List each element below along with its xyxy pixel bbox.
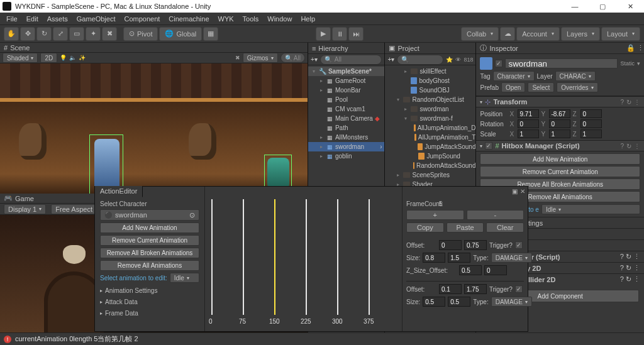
hitbox-header[interactable]: # Hitbox Manager (Script) ?↻⋮	[476, 140, 644, 151]
snap-icon[interactable]: ▦	[203, 27, 218, 41]
insp-add-anim[interactable]: Add New Animation	[480, 153, 640, 165]
minimize-button[interactable]: —	[561, 0, 589, 13]
error-icon[interactable]: !	[4, 336, 11, 343]
offset-y-2[interactable]	[464, 284, 487, 294]
scale-tool-icon[interactable]: ⤢	[53, 27, 68, 41]
menu-wyk[interactable]: WYK	[214, 14, 238, 24]
hand-tool-icon[interactable]: ✋	[4, 27, 19, 41]
prefab-open[interactable]: Open	[501, 82, 525, 92]
account-menu[interactable]: Account	[516, 27, 560, 41]
reset-icon[interactable]: ↻	[626, 99, 631, 106]
project-item[interactable]: ▸SceneSprites	[385, 170, 475, 180]
transform-header[interactable]: ⊹ Transform ?↻⋮	[476, 96, 644, 107]
copy-button[interactable]: Copy	[406, 222, 444, 233]
project-item[interactable]: JumpSound	[385, 151, 475, 161]
prefab-select[interactable]: Select	[528, 82, 554, 92]
favorites-icon[interactable]: ⭐	[446, 57, 453, 63]
plus-button[interactable]: +	[406, 210, 464, 220]
collab-button[interactable]: Collab	[461, 27, 499, 41]
static-dropdown-icon[interactable]: ▾	[637, 60, 640, 67]
menu-window[interactable]: Window	[264, 14, 296, 24]
offset-x-2[interactable]	[439, 284, 462, 294]
layers-menu[interactable]: Layers	[561, 27, 600, 41]
paste-button[interactable]: Paste	[447, 222, 484, 233]
rot-x[interactable]	[518, 119, 539, 128]
shaded-dropdown[interactable]: Shaded	[3, 53, 38, 63]
type-dropdown-1[interactable]: DAMAGE	[491, 253, 532, 263]
project-item[interactable]: bodyGhost	[385, 76, 475, 85]
ae-remove-broken[interactable]: Remove All Broken Animations	[100, 248, 199, 258]
offset-x-1[interactable]	[439, 240, 462, 250]
project-item[interactable]: SoundOBJ	[385, 85, 475, 95]
scene-light-icon[interactable]: 💡	[60, 55, 67, 61]
hierarchy-cmvcam[interactable]: ▦CM vcam1	[308, 104, 385, 114]
menu-cinemachine[interactable]: Cinemachine	[165, 14, 213, 24]
scene-camera-icon[interactable]: ✖	[235, 55, 240, 61]
ae-foldout-frame[interactable]: Frame Data	[100, 307, 199, 317]
rotate-tool-icon[interactable]: ↻	[36, 27, 52, 41]
action-editor-dock-icon[interactable]: ▣	[512, 188, 518, 195]
hierarchy-tab[interactable]: ≡ Hierarchy	[308, 43, 385, 54]
ae-foldout-attack[interactable]: Attack Data	[100, 296, 199, 305]
pause-button[interactable]: ⏸	[332, 27, 347, 41]
ae-remove-anim[interactable]: Remove Current Animation	[100, 235, 199, 246]
custom-tool-icon[interactable]: ✖	[102, 27, 117, 41]
size-y-1[interactable]	[448, 253, 470, 263]
hierarchy-swordman[interactable]: ▸▦swordman›	[308, 142, 385, 151]
trigger-checkbox-1[interactable]	[515, 241, 523, 249]
project-item[interactable]: ▾swordman-f	[385, 114, 475, 123]
zsize-a[interactable]	[459, 265, 482, 275]
action-editor-close-icon[interactable]: ✕	[520, 188, 525, 195]
pos-z[interactable]	[580, 109, 602, 118]
project-item[interactable]: ▸skillEffect	[385, 67, 475, 76]
clear-button[interactable]: Clear	[486, 222, 524, 233]
maximize-button[interactable]: ▢	[589, 0, 616, 13]
menu-component[interactable]: Component	[120, 14, 164, 24]
project-item[interactable]: AllJumpAnimation_T	[385, 133, 475, 142]
project-item[interactable]: AllJumpAnimation_D	[385, 123, 475, 133]
insp-remove-anim[interactable]: Remove Current Animation	[480, 166, 640, 177]
project-item[interactable]: JumpAttackSound	[385, 142, 475, 151]
scl-y[interactable]	[549, 129, 570, 138]
project-item[interactable]: ▾RandomObjectList	[385, 95, 475, 104]
hierarchy-moonbar[interactable]: ▸▦MoonBar	[308, 85, 385, 95]
size-y-2[interactable]	[448, 297, 470, 307]
layer-dropdown[interactable]: CHARAC	[555, 71, 596, 81]
tag-dropdown[interactable]: Character	[493, 71, 535, 81]
move-tool-icon[interactable]: ✥	[20, 27, 35, 41]
cloud-icon[interactable]: ☁	[500, 27, 515, 41]
rot-y[interactable]	[549, 119, 570, 128]
zsize-b[interactable]	[484, 265, 507, 275]
pivot-toggle[interactable]: ⊙ Pivot	[123, 27, 158, 41]
layout-menu[interactable]: Layout	[601, 27, 640, 41]
project-item[interactable]: RandomAttackSound	[385, 161, 475, 170]
rot-z[interactable]	[580, 119, 602, 128]
rect-tool-icon[interactable]: ▭	[69, 27, 84, 41]
scene-root[interactable]: ▾🔧 SampleScene*	[308, 67, 385, 76]
scene-search[interactable]: 🔍 All	[280, 53, 305, 63]
menu-help[interactable]: Help	[297, 14, 319, 24]
scene-fx-icon[interactable]: ✨	[79, 55, 86, 61]
pos-y[interactable]	[549, 109, 570, 118]
minus-button[interactable]: -	[467, 210, 525, 220]
menu-edit[interactable]: Edit	[23, 14, 42, 24]
hierarchy-path[interactable]: ▦Path	[308, 123, 385, 133]
menu-tools[interactable]: Tools	[239, 14, 263, 24]
menu-file[interactable]: File	[3, 14, 21, 24]
inspector-lock-icon[interactable]: 🔒 ⋮	[626, 44, 644, 52]
timeline[interactable]: 0 75 150 225 300 375	[205, 187, 402, 331]
help-icon[interactable]: ?	[620, 99, 624, 106]
trigger-checkbox-2[interactable]	[515, 285, 523, 293]
insp-anim-dropdown[interactable]: Idle	[541, 204, 640, 214]
prefab-overrides[interactable]: Overrides	[557, 82, 597, 92]
enabled-checkbox[interactable]	[495, 60, 502, 67]
hierarchy-allmonsters[interactable]: ▸▦AllMonsters	[308, 133, 385, 142]
inspector-tab[interactable]: ⓘ Inspector 🔒 ⋮	[476, 43, 644, 54]
action-editor-tab[interactable]: ActionEditor	[95, 186, 143, 197]
display-dropdown[interactable]: Display 1	[4, 204, 46, 214]
2d-toggle[interactable]: 2D	[40, 53, 57, 63]
project-item[interactable]: ▸swordman	[385, 104, 475, 114]
project-tab[interactable]: ▣ Project	[385, 43, 475, 54]
menu-assets[interactable]: Assets	[43, 14, 72, 24]
character-dropdown[interactable]: ⚫ swordman⊙	[100, 209, 199, 221]
